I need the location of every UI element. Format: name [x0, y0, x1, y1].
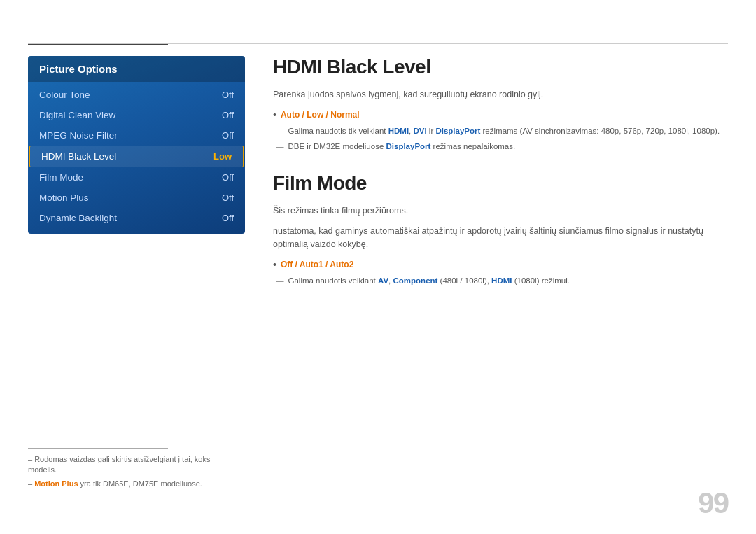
film-bullet: • Off / Auto1 / Auto2 [273, 258, 728, 271]
mpeg-noise-label: MPEG Noise Filter [39, 130, 118, 141]
film-dash1: Galima naudotis veikiant AV, Component (… [273, 275, 728, 287]
motion-plus-value: Off [222, 192, 234, 203]
film-mode-desc1: Šis režimas tinka filmų peržiūroms. [273, 204, 728, 218]
hdmi-bullet: • Auto / Low / Normal [273, 108, 728, 121]
sidebar-item-hdmi-black-level[interactable]: HDMI Black Level Low [29, 146, 244, 167]
film-bullet-dot-icon: • [273, 258, 276, 271]
film-mode-label: Film Mode [39, 172, 83, 183]
sidebar-item-colour-tone[interactable]: Colour Tone Off [28, 85, 245, 105]
hdmi-dash1: Galima naudotis tik veikiant HDMI, DVI i… [273, 125, 728, 137]
digital-clean-view-label: Digital Clean View [39, 110, 115, 120]
hdmi-dash1-text: Galima naudotis tik veikiant HDMI, DVI i… [288, 125, 720, 137]
sidebar: Picture Options Colour Tone Off Digital … [28, 56, 245, 234]
motion-plus-bold: Motion Plus [34, 479, 78, 488]
film-dash1-text: Galima naudotis veikiant AV, Component (… [288, 275, 570, 287]
bullet-dot-icon: • [273, 108, 276, 121]
sidebar-item-film-mode[interactable]: Film Mode Off [28, 167, 245, 188]
film-mode-title: Film Mode [273, 172, 728, 195]
footer-note2-prefix: – [28, 479, 34, 488]
hdmi-bullet-text: Auto / Low / Normal [281, 108, 360, 121]
sidebar-item-dynamic-backlight[interactable]: Dynamic Backlight Off [28, 208, 245, 228]
sidebar-header: Picture Options [28, 56, 245, 82]
colour-tone-label: Colour Tone [39, 90, 90, 100]
motion-plus-label: Motion Plus [39, 192, 89, 203]
footer-note-1: – Rodomas vaizdas gali skirtis atsižvelg… [28, 454, 238, 476]
footer-note2-rest: yra tik DM65E, DM75E modeliuose. [78, 479, 202, 488]
colour-tone-value: Off [222, 90, 234, 100]
sidebar-item-digital-clean-view[interactable]: Digital Clean View Off [28, 105, 245, 125]
dynamic-backlight-label: Dynamic Backlight [39, 213, 117, 223]
film-mode-value: Off [222, 172, 234, 183]
page-number: 99 [698, 486, 728, 520]
digital-clean-view-value: Off [222, 110, 234, 120]
footer-divider [28, 448, 168, 449]
sidebar-item-motion-plus[interactable]: Motion Plus Off [28, 188, 245, 208]
mpeg-noise-value: Off [222, 130, 234, 141]
hdmi-section-description: Parenka juodos spalvos lygmenį, kad sure… [273, 88, 728, 101]
hdmi-black-level-value: Low [214, 151, 232, 162]
hdmi-black-level-label: HDMI Black Level [41, 151, 116, 162]
footer-note-2: – Motion Plus yra tik DM65E, DM75E model… [28, 479, 238, 489]
film-mode-desc2: nustatoma, kad gaminys automatiškai atpa… [273, 225, 728, 251]
film-bullet-text: Off / Auto1 / Auto2 [281, 258, 354, 271]
hdmi-dash2: DBE ir DM32E modeliuose DisplayPort reži… [273, 141, 728, 153]
hdmi-section-title: HDMI Black Level [273, 56, 728, 78]
hdmi-dash2-text: DBE ir DM32E modeliuose DisplayPort reži… [288, 141, 516, 153]
top-line [28, 43, 728, 44]
dynamic-backlight-value: Off [222, 213, 234, 223]
sidebar-item-mpeg-noise[interactable]: MPEG Noise Filter Off [28, 125, 245, 146]
footer-notes: – Rodomas vaizdas gali skirtis atsižvelg… [28, 448, 238, 492]
main-content: HDMI Black Level Parenka juodos spalvos … [273, 56, 728, 506]
film-mode-section: Film Mode Šis režimas tinka filmų peržiū… [273, 172, 728, 287]
